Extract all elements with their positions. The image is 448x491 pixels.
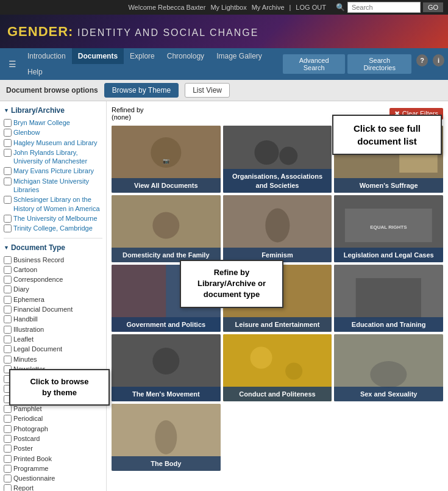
theme-tile[interactable]: Education and Training bbox=[334, 265, 443, 332]
doctype-label-text: Cartoon bbox=[13, 265, 37, 274]
brand-gender: GENDER: bbox=[7, 24, 73, 39]
nav-item-help[interactable]: Help bbox=[21, 64, 49, 80]
doctype-item: Diary bbox=[4, 285, 102, 293]
hamburger-icon[interactable]: ☰ bbox=[4, 56, 21, 73]
svg-point-5 bbox=[279, 147, 297, 165]
nav-item-chronology[interactable]: Chronology bbox=[161, 48, 210, 64]
browse-by-theme-tab[interactable]: Browse by Theme bbox=[104, 83, 179, 98]
tooltip-refine: Refine byLibrary/Archive ordocument type bbox=[180, 260, 283, 308]
doctype-checkbox[interactable] bbox=[4, 484, 12, 491]
nav-item-documents[interactable]: Documents bbox=[72, 48, 124, 64]
doctype-checkbox[interactable] bbox=[4, 435, 12, 443]
search-directories-button[interactable]: Search Directories bbox=[347, 54, 411, 74]
theme-tile-label: Government and Politics bbox=[112, 317, 221, 332]
refined-by-text: Refined by (none) bbox=[112, 106, 144, 121]
library-checkbox[interactable] bbox=[4, 119, 12, 127]
advanced-search-button[interactable]: Advanced Search bbox=[283, 54, 345, 74]
nav-item-explore[interactable]: Explore bbox=[124, 48, 161, 64]
doctype-checkbox[interactable] bbox=[4, 306, 12, 314]
doctype-checkbox[interactable] bbox=[4, 256, 12, 264]
library-item: John Rylands Library, University of Manc… bbox=[4, 148, 102, 166]
doctype-item: Postcard bbox=[4, 434, 102, 443]
doctype-item: Ephemera bbox=[4, 295, 102, 304]
help-icon[interactable]: ? bbox=[416, 54, 428, 66]
theme-tile[interactable]: The Men's Movement bbox=[112, 334, 221, 401]
doctype-checkbox[interactable] bbox=[4, 335, 12, 343]
library-checkbox[interactable] bbox=[4, 224, 12, 232]
doctype-section[interactable]: Document Type bbox=[4, 243, 102, 252]
theme-tile[interactable]: Domesticity and the Family bbox=[112, 195, 221, 262]
nav-item-introduction[interactable]: Introduction bbox=[21, 48, 72, 64]
doctype-checkbox[interactable] bbox=[4, 445, 12, 453]
info-icon[interactable]: i bbox=[433, 54, 444, 66]
library-link[interactable]: John Rylands Library, University of Manc… bbox=[13, 148, 102, 166]
theme-tile[interactable]: 📷View All Documents bbox=[112, 126, 221, 193]
top-bar: Welcome Rebecca Baxter My Lightbox My Ar… bbox=[0, 0, 448, 15]
doctype-label-text: Diary bbox=[13, 285, 29, 293]
doctype-checkbox[interactable] bbox=[4, 356, 12, 364]
library-checkbox[interactable] bbox=[4, 167, 12, 175]
doctype-checkbox[interactable] bbox=[4, 285, 12, 293]
library-link[interactable]: The University of Melbourne bbox=[13, 214, 98, 223]
svg-point-30 bbox=[155, 420, 177, 454]
doctype-checkbox[interactable] bbox=[4, 475, 12, 482]
logout-link[interactable]: LOG OUT bbox=[296, 4, 326, 11]
browse-bar: Document browse options Browse by Theme … bbox=[0, 80, 448, 101]
library-link[interactable]: Hagley Museum and Library bbox=[13, 138, 98, 147]
doctype-label-text: Financial Document bbox=[13, 305, 73, 314]
library-link[interactable]: Bryn Mawr College bbox=[13, 118, 70, 127]
nav-item-image-gallery[interactable]: Image Gallery bbox=[210, 48, 268, 64]
refined-by-label: Refined by bbox=[112, 106, 144, 113]
library-checkbox[interactable] bbox=[4, 129, 12, 137]
doctype-label-text: Pamphlet bbox=[13, 404, 41, 413]
library-item: Schlesinger Library on the History of Wo… bbox=[4, 195, 102, 213]
top-search-input[interactable] bbox=[347, 2, 421, 13]
library-archive-section[interactable]: Library/Archive bbox=[4, 106, 102, 115]
doctype-label: Document Type bbox=[11, 243, 65, 252]
tooltip-refine-text: Refine byLibrary/Archive ordocument type bbox=[197, 268, 266, 299]
library-checkbox[interactable] bbox=[4, 149, 12, 157]
theme-tile-label: The Men's Movement bbox=[112, 387, 221, 401]
theme-tile[interactable]: Sex and Sexuality bbox=[334, 334, 443, 401]
go-button[interactable]: GO bbox=[423, 2, 443, 12]
lightbox-link[interactable]: My Lightbox bbox=[210, 4, 246, 11]
doctype-checkbox[interactable] bbox=[4, 315, 12, 323]
doctype-item: Periodical bbox=[4, 414, 102, 423]
library-checkbox[interactable] bbox=[4, 196, 12, 204]
theme-tile[interactable]: Conduct and Politeness bbox=[223, 334, 332, 401]
tooltip-document-list-text: Click to see fulldocument list bbox=[354, 123, 421, 146]
doctype-checkbox[interactable] bbox=[4, 425, 12, 433]
doctype-item: Minutes bbox=[4, 355, 102, 364]
library-checkbox[interactable] bbox=[4, 215, 12, 223]
archive-link[interactable]: My Archive bbox=[252, 4, 285, 11]
doctype-checkbox[interactable] bbox=[4, 276, 12, 284]
library-item: Hagley Museum and Library bbox=[4, 138, 102, 147]
library-link[interactable]: Michigan State University Libraries bbox=[13, 177, 102, 195]
doctype-label-text: Handbill bbox=[13, 315, 38, 323]
doctype-checkbox[interactable] bbox=[4, 266, 12, 274]
library-link[interactable]: Trinity College, Cambridge bbox=[13, 224, 93, 232]
library-link[interactable]: Schlesinger Library on the History of Wo… bbox=[13, 195, 102, 213]
library-link[interactable]: Mary Evans Picture Library bbox=[13, 167, 94, 175]
list-view-tab[interactable]: List View bbox=[185, 83, 230, 98]
doctype-label-text: Minutes bbox=[13, 355, 37, 364]
doctype-checkbox[interactable] bbox=[4, 326, 12, 334]
theme-tile[interactable]: EQUAL RIGHTSLegislation and Legal Cases bbox=[334, 195, 443, 262]
theme-tile[interactable]: The Body bbox=[112, 404, 221, 471]
doctype-checkbox[interactable] bbox=[4, 405, 12, 413]
doctype-checkbox[interactable] bbox=[4, 465, 12, 473]
doctype-label-text: Printed Book bbox=[13, 454, 52, 463]
doctype-item: Programme bbox=[4, 464, 102, 473]
theme-tile[interactable]: Organisations, Associations and Societie… bbox=[223, 126, 332, 193]
library-checkbox[interactable] bbox=[4, 139, 12, 147]
library-link[interactable]: Glenbow bbox=[13, 128, 40, 137]
doctype-checkbox[interactable] bbox=[4, 455, 12, 463]
theme-tile-label: Leisure and Entertainment bbox=[223, 317, 332, 332]
library-checkbox[interactable] bbox=[4, 177, 12, 185]
theme-tile[interactable]: Feminism bbox=[223, 195, 332, 262]
svg-text:EQUAL RIGHTS: EQUAL RIGHTS bbox=[371, 224, 408, 230]
svg-point-26 bbox=[285, 363, 302, 380]
doctype-checkbox[interactable] bbox=[4, 415, 12, 423]
doctype-checkbox[interactable] bbox=[4, 345, 12, 353]
doctype-checkbox[interactable] bbox=[4, 296, 12, 304]
